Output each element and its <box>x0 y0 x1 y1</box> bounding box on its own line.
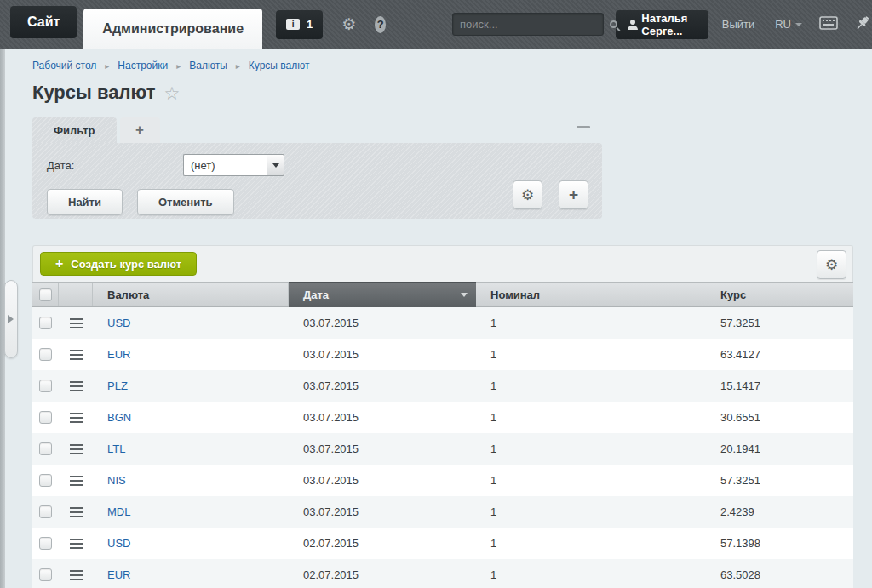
dropdown-arrow-button[interactable] <box>267 154 284 176</box>
rate-date: 02.07.2015 <box>289 528 476 559</box>
currency-link[interactable]: EUR <box>107 568 130 581</box>
help-icon[interactable]: ? <box>375 16 386 33</box>
breadcrumb: Рабочий стол ▸ Настройки ▸ Валюты ▸ Курс… <box>32 49 853 71</box>
rate-value: 63.4127 <box>686 339 853 370</box>
column-header-rate[interactable]: Курс <box>686 283 853 306</box>
notifications-button[interactable]: i 1 <box>276 10 323 39</box>
column-header-currency[interactable]: Валюта <box>93 283 289 306</box>
language-selector[interactable]: RU <box>775 18 802 31</box>
rate-nominal: 1 <box>476 307 686 339</box>
grid-toolbar: + Создать курс валют ⚙ <box>32 245 853 282</box>
info-bubble-icon: i <box>286 19 300 30</box>
sidebar-expand-handle[interactable] <box>4 280 18 358</box>
currency-link[interactable]: EUR <box>107 348 130 361</box>
table-row: USD 03.07.2015 1 57.3251 <box>32 307 853 339</box>
dropdown-arrow-icon <box>272 163 279 171</box>
user-icon <box>628 20 634 30</box>
rate-date: 03.07.2015 <box>289 370 476 402</box>
row-menu-icon[interactable] <box>70 413 83 423</box>
rate-nominal: 1 <box>476 402 686 433</box>
currency-link[interactable]: BGN <box>107 411 131 424</box>
breadcrumb-item-rates[interactable]: Курсы валют <box>249 60 310 71</box>
row-checkbox[interactable] <box>39 537 52 550</box>
grid-settings-button[interactable]: ⚙ <box>817 250 846 279</box>
rate-value: 2.4239 <box>686 496 853 528</box>
table-header: Валюта Дата Номинал Курс <box>32 282 853 307</box>
row-checkbox[interactable] <box>39 474 52 487</box>
row-menu-icon[interactable] <box>70 381 83 391</box>
row-checkbox[interactable] <box>39 505 52 518</box>
pin-icon[interactable] <box>853 14 872 35</box>
row-checkbox[interactable] <box>39 317 52 329</box>
table-row: EUR 03.07.2015 1 63.4127 <box>32 339 853 370</box>
row-menu-icon[interactable] <box>70 539 83 549</box>
row-menu-icon[interactable] <box>70 507 83 517</box>
rates-grid: + Создать курс валют ⚙ Валюта Дата Номин… <box>32 245 853 588</box>
column-header-nominal[interactable]: Номинал <box>476 283 686 306</box>
row-checkbox[interactable] <box>39 411 52 424</box>
row-menu-icon[interactable] <box>70 350 83 360</box>
rate-date: 03.07.2015 <box>289 496 476 528</box>
filter-settings-button[interactable]: ⚙ <box>513 180 542 209</box>
table-row: PLZ 03.07.2015 1 15.1417 <box>32 370 853 402</box>
notifications-count: 1 <box>307 18 313 31</box>
rate-nominal: 1 <box>476 433 686 465</box>
rate-date: 03.07.2015 <box>289 465 476 496</box>
filter-add-field-button[interactable]: + <box>559 180 588 209</box>
currency-link[interactable]: PLZ <box>107 380 128 392</box>
keyboard-icon[interactable] <box>819 16 838 32</box>
search-input[interactable] <box>460 18 610 31</box>
tab-administration[interactable]: Администрирование <box>83 9 262 49</box>
filter-tab[interactable]: Фильтр <box>32 117 117 143</box>
table-row: BGN 03.07.2015 1 30.6551 <box>32 402 853 433</box>
table-row: MDL 03.07.2015 1 2.4239 <box>32 496 853 528</box>
column-header-date[interactable]: Дата <box>289 282 476 307</box>
row-checkbox[interactable] <box>39 568 52 581</box>
row-checkbox[interactable] <box>39 442 52 455</box>
breadcrumb-item-currencies[interactable]: Валюты <box>189 60 227 71</box>
currency-link[interactable]: USD <box>107 317 130 329</box>
find-button[interactable]: Найти <box>47 189 123 215</box>
breadcrumb-item-desktop[interactable]: Рабочий стол <box>32 60 96 71</box>
user-menu-button[interactable]: Наталья Серге... <box>616 10 708 39</box>
table-row: NIS 03.07.2015 1 57.3251 <box>32 465 853 496</box>
rate-value: 20.1941 <box>686 433 853 465</box>
settings-gear-icon[interactable]: ⚙ <box>341 16 356 32</box>
cancel-button[interactable]: Отменить <box>137 189 234 215</box>
select-all-checkbox[interactable] <box>39 288 52 301</box>
filter-collapse-button[interactable] <box>577 126 590 128</box>
rate-date: 03.07.2015 <box>289 339 476 370</box>
currency-link[interactable]: LTL <box>107 442 125 455</box>
breadcrumb-arrow-icon: ▸ <box>176 61 181 71</box>
rate-value: 57.3251 <box>686 465 853 496</box>
row-checkbox[interactable] <box>39 380 52 392</box>
page-area: Рабочий стол ▸ Настройки ▸ Валюты ▸ Курс… <box>0 49 872 588</box>
breadcrumb-item-settings[interactable]: Настройки <box>118 60 168 71</box>
date-filter-value: (нет) <box>183 154 267 176</box>
table-row: EUR 02.07.2015 1 63.5028 <box>32 559 853 588</box>
logout-link[interactable]: Выйти <box>722 18 755 31</box>
row-menu-icon[interactable] <box>70 570 83 580</box>
row-checkbox[interactable] <box>39 348 52 361</box>
add-filter-tab-button[interactable]: + <box>120 117 160 143</box>
rate-nominal: 1 <box>476 559 686 588</box>
rate-nominal: 1 <box>476 528 686 559</box>
row-menu-icon[interactable] <box>70 444 83 454</box>
currency-link[interactable]: NIS <box>107 474 126 487</box>
rate-date: 03.07.2015 <box>289 433 476 465</box>
table-body: USD 03.07.2015 1 57.3251 EUR 03.07.2015 … <box>32 307 853 588</box>
rate-date: 03.07.2015 <box>289 307 476 339</box>
search-icon[interactable] <box>610 20 617 28</box>
tab-site[interactable]: Сайт <box>10 6 77 38</box>
create-rate-button[interactable]: + Создать курс валют <box>40 252 197 276</box>
currency-link[interactable]: MDL <box>107 505 130 518</box>
rate-date: 03.07.2015 <box>289 402 476 433</box>
currency-link[interactable]: USD <box>107 537 130 550</box>
search-box <box>452 13 604 36</box>
date-filter-select[interactable]: (нет) <box>183 154 284 176</box>
row-menu-icon[interactable] <box>70 476 83 486</box>
favorite-star-icon[interactable]: ☆ <box>164 84 180 102</box>
rate-value: 57.3251 <box>686 307 853 339</box>
row-menu-icon[interactable] <box>70 318 83 328</box>
page-title: Курсы валют <box>32 82 155 104</box>
